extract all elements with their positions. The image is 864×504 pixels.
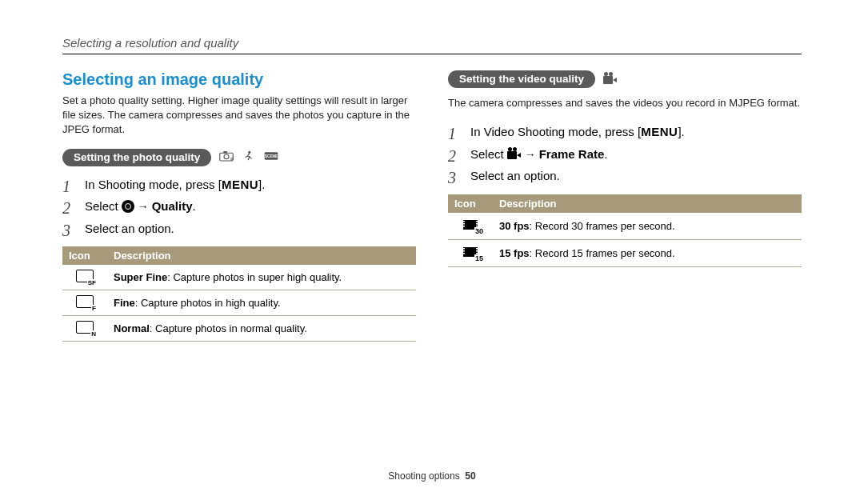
svg-rect-24 (476, 253, 478, 254)
left-column: Selecting an image quality Set a photo q… (62, 70, 416, 342)
15fps-icon (463, 245, 478, 259)
table-row: 15 fps: Record 15 frames per second. (448, 239, 802, 266)
svg-point-1 (224, 154, 229, 158)
svg-rect-21 (463, 253, 465, 254)
svg-rect-22 (476, 248, 478, 250)
step-text: In Shooting mode, press [ (85, 178, 222, 191)
svg-rect-12 (463, 226, 465, 227)
scene-mode-icon: SCENE (264, 150, 278, 165)
step-3: Select an option. (62, 218, 416, 239)
svg-rect-19 (463, 248, 465, 250)
video-camera-icon (507, 150, 522, 159)
svg-rect-14 (476, 223, 478, 225)
svg-rect-20 (463, 250, 465, 252)
table-row: Fine: Capture photos in high quality. (62, 290, 416, 316)
superfine-icon (76, 270, 94, 282)
table-row: Normal: Capture photos in normal quality… (62, 316, 416, 342)
svg-rect-2 (224, 151, 228, 153)
step-1: In Shooting mode, press [MENU]. (62, 174, 416, 195)
section-title: Selecting an image quality (62, 70, 416, 89)
svg-text:P: P (231, 157, 234, 162)
quality-option: Quality (152, 199, 193, 213)
video-mode-icon (603, 74, 618, 84)
table-header-icon: Icon (62, 246, 107, 265)
menu-button-label: MENU (641, 125, 678, 138)
subheading-row: Setting the video quality (448, 70, 802, 88)
table-header-description: Description (107, 246, 416, 265)
running-mode-icon (242, 150, 256, 165)
step-1: In Video Shooting mode, press [MENU]. (448, 122, 802, 142)
step-2: Select → Quality. (62, 196, 416, 217)
table-header-description: Description (493, 194, 802, 213)
intro-paragraph: Set a photo quality setting. Higher imag… (62, 94, 416, 138)
normal-icon (76, 321, 94, 334)
breadcrumb: Selecting a resolution and quality (62, 36, 802, 50)
svg-rect-16 (465, 247, 476, 257)
svg-rect-10 (463, 221, 465, 222)
menu-button-label: MENU (222, 178, 258, 191)
subheading-row: Setting the photo quality P SCENE (62, 149, 416, 166)
camera-circle-icon (122, 200, 134, 213)
footer-section: Shooting options (388, 470, 459, 482)
svg-rect-13 (476, 221, 478, 222)
video-quality-pill: Setting the video quality (448, 70, 595, 88)
svg-rect-7 (465, 220, 476, 230)
divider (62, 54, 802, 54)
framerate-option: Frame Rate (539, 147, 605, 161)
video-steps: In Video Shooting mode, press [MENU]. Se… (448, 122, 802, 186)
svg-text:SCENE: SCENE (265, 154, 278, 158)
two-column-layout: Selecting an image quality Set a photo q… (62, 70, 802, 342)
right-column: Setting the video quality The camera com… (448, 70, 802, 342)
manual-page: Selecting a resolution and quality Selec… (0, 0, 864, 504)
photo-quality-table: Icon Description Super Fine: Capture pho… (62, 246, 416, 342)
page-footer: Shooting options 50 (0, 470, 864, 482)
photo-quality-pill: Setting the photo quality (62, 149, 211, 166)
table-row: 30 fps: Record 30 frames per second. (448, 213, 802, 240)
camera-mode-icon: P (219, 150, 234, 165)
fine-icon (76, 295, 94, 308)
photo-steps: In Shooting mode, press [MENU]. Select →… (62, 174, 416, 239)
svg-rect-23 (476, 250, 478, 252)
video-intro: The camera compresses and saves the vide… (448, 96, 802, 110)
step-3: Select an option. (448, 166, 802, 186)
30fps-icon (463, 218, 478, 232)
video-framerate-table: Icon Description 30 fps: Record 30 frame… (448, 194, 802, 267)
table-row: Super Fine: Capture photos in super high… (62, 265, 416, 290)
page-number: 50 (465, 470, 475, 482)
step-2: Select → Frame Rate. (448, 144, 802, 165)
svg-rect-11 (463, 223, 465, 225)
table-header-icon: Icon (448, 194, 493, 213)
svg-rect-15 (476, 226, 478, 227)
